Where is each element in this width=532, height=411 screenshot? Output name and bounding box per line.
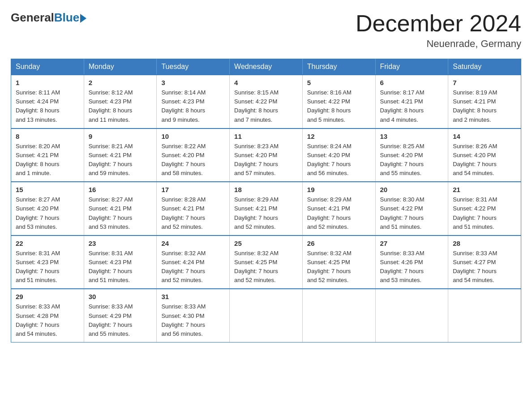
day-info: Sunrise: 8:27 AMSunset: 4:20 PMDaylight:… (16, 195, 79, 231)
calendar-header: SundayMondayTuesdayWednesdayThursdayFrid… (11, 59, 521, 75)
day-info: Sunrise: 8:11 AMSunset: 4:24 PMDaylight:… (16, 88, 79, 124)
calendar-cell: 28Sunrise: 8:33 AMSunset: 4:27 PMDayligh… (448, 235, 521, 289)
logo: General Blue (11, 11, 86, 25)
day-info: Sunrise: 8:24 AMSunset: 4:20 PMDaylight:… (307, 142, 371, 178)
day-header-monday: Monday (84, 59, 157, 75)
calendar-cell: 14Sunrise: 8:26 AMSunset: 4:20 PMDayligh… (448, 128, 521, 182)
calendar-cell: 10Sunrise: 8:22 AMSunset: 4:20 PMDayligh… (157, 128, 230, 182)
day-info: Sunrise: 8:19 AMSunset: 4:21 PMDaylight:… (453, 88, 516, 124)
day-header-sunday: Sunday (11, 59, 84, 75)
day-info: Sunrise: 8:33 AMSunset: 4:26 PMDaylight:… (380, 249, 444, 285)
calendar-cell (230, 289, 303, 342)
calendar-cell: 31Sunrise: 8:33 AMSunset: 4:30 PMDayligh… (157, 289, 230, 342)
day-info: Sunrise: 8:29 AMSunset: 4:21 PMDaylight:… (234, 195, 298, 231)
calendar-cell: 29Sunrise: 8:33 AMSunset: 4:28 PMDayligh… (11, 289, 84, 342)
calendar-cell: 9Sunrise: 8:21 AMSunset: 4:21 PMDaylight… (84, 128, 157, 182)
calendar-cell: 26Sunrise: 8:32 AMSunset: 4:25 PMDayligh… (302, 235, 375, 289)
day-info: Sunrise: 8:32 AMSunset: 4:24 PMDaylight:… (161, 249, 225, 285)
day-info: Sunrise: 8:21 AMSunset: 4:21 PMDaylight:… (89, 142, 152, 178)
calendar-cell: 5Sunrise: 8:16 AMSunset: 4:22 PMDaylight… (302, 75, 375, 128)
logo-arrow-icon (80, 14, 86, 23)
day-number: 11 (234, 133, 298, 140)
day-number: 25 (234, 240, 298, 247)
header-row: SundayMondayTuesdayWednesdayThursdayFrid… (11, 59, 521, 75)
day-info: Sunrise: 8:33 AMSunset: 4:27 PMDaylight:… (453, 249, 516, 285)
day-info: Sunrise: 8:27 AMSunset: 4:21 PMDaylight:… (89, 195, 152, 231)
day-number: 21 (453, 186, 516, 193)
calendar-cell: 20Sunrise: 8:30 AMSunset: 4:22 PMDayligh… (375, 182, 448, 235)
day-info: Sunrise: 8:22 AMSunset: 4:20 PMDaylight:… (161, 142, 225, 178)
calendar-cell: 18Sunrise: 8:29 AMSunset: 4:21 PMDayligh… (230, 182, 303, 235)
week-row-3: 15Sunrise: 8:27 AMSunset: 4:20 PMDayligh… (11, 182, 521, 235)
day-info: Sunrise: 8:33 AMSunset: 4:28 PMDaylight:… (16, 302, 79, 338)
calendar-body: 1Sunrise: 8:11 AMSunset: 4:24 PMDaylight… (11, 75, 521, 342)
day-number: 19 (307, 186, 371, 193)
day-info: Sunrise: 8:17 AMSunset: 4:21 PMDaylight:… (380, 88, 444, 124)
day-info: Sunrise: 8:30 AMSunset: 4:22 PMDaylight:… (380, 195, 444, 231)
day-info: Sunrise: 8:31 AMSunset: 4:22 PMDaylight:… (453, 195, 516, 231)
day-info: Sunrise: 8:31 AMSunset: 4:23 PMDaylight:… (16, 249, 79, 285)
calendar-cell: 17Sunrise: 8:28 AMSunset: 4:21 PMDayligh… (157, 182, 230, 235)
day-info: Sunrise: 8:28 AMSunset: 4:21 PMDaylight:… (161, 195, 225, 231)
calendar-cell: 8Sunrise: 8:20 AMSunset: 4:21 PMDaylight… (11, 128, 84, 182)
day-number: 7 (453, 79, 516, 86)
logo-blue-part: Blue (54, 11, 86, 25)
calendar-cell: 11Sunrise: 8:23 AMSunset: 4:20 PMDayligh… (230, 128, 303, 182)
day-number: 15 (16, 186, 79, 193)
calendar-cell: 25Sunrise: 8:32 AMSunset: 4:25 PMDayligh… (230, 235, 303, 289)
day-number: 4 (234, 79, 298, 86)
day-number: 17 (161, 186, 225, 193)
week-row-1: 1Sunrise: 8:11 AMSunset: 4:24 PMDaylight… (11, 75, 521, 128)
calendar-cell: 13Sunrise: 8:25 AMSunset: 4:20 PMDayligh… (375, 128, 448, 182)
calendar-cell: 21Sunrise: 8:31 AMSunset: 4:22 PMDayligh… (448, 182, 521, 235)
day-number: 26 (307, 240, 371, 247)
day-info: Sunrise: 8:32 AMSunset: 4:25 PMDaylight:… (234, 249, 298, 285)
title-block: December 2024 Neuenrade, Germany (356, 11, 521, 50)
calendar-cell: 16Sunrise: 8:27 AMSunset: 4:21 PMDayligh… (84, 182, 157, 235)
day-info: Sunrise: 8:33 AMSunset: 4:29 PMDaylight:… (89, 302, 152, 338)
calendar-cell: 22Sunrise: 8:31 AMSunset: 4:23 PMDayligh… (11, 235, 84, 289)
day-number: 2 (89, 79, 152, 86)
day-number: 3 (161, 79, 225, 86)
day-info: Sunrise: 8:16 AMSunset: 4:22 PMDaylight:… (307, 88, 371, 124)
calendar-cell: 6Sunrise: 8:17 AMSunset: 4:21 PMDaylight… (375, 75, 448, 128)
day-info: Sunrise: 8:15 AMSunset: 4:22 PMDaylight:… (234, 88, 298, 124)
calendar-cell (375, 289, 448, 342)
calendar-cell (302, 289, 375, 342)
day-info: Sunrise: 8:12 AMSunset: 4:23 PMDaylight:… (89, 88, 152, 124)
day-number: 23 (89, 240, 152, 247)
day-info: Sunrise: 8:32 AMSunset: 4:25 PMDaylight:… (307, 249, 371, 285)
day-number: 31 (161, 293, 225, 300)
calendar-cell: 30Sunrise: 8:33 AMSunset: 4:29 PMDayligh… (84, 289, 157, 342)
day-number: 22 (16, 240, 79, 247)
day-header-friday: Friday (375, 59, 448, 75)
day-number: 24 (161, 240, 225, 247)
day-number: 20 (380, 186, 444, 193)
day-number: 30 (89, 293, 152, 300)
calendar-cell: 12Sunrise: 8:24 AMSunset: 4:20 PMDayligh… (302, 128, 375, 182)
day-header-tuesday: Tuesday (157, 59, 230, 75)
calendar-cell: 24Sunrise: 8:32 AMSunset: 4:24 PMDayligh… (157, 235, 230, 289)
day-number: 1 (16, 79, 79, 86)
day-info: Sunrise: 8:25 AMSunset: 4:20 PMDaylight:… (380, 142, 444, 178)
day-info: Sunrise: 8:14 AMSunset: 4:23 PMDaylight:… (161, 88, 225, 124)
calendar-cell: 2Sunrise: 8:12 AMSunset: 4:23 PMDaylight… (84, 75, 157, 128)
calendar-cell: 7Sunrise: 8:19 AMSunset: 4:21 PMDaylight… (448, 75, 521, 128)
week-row-2: 8Sunrise: 8:20 AMSunset: 4:21 PMDaylight… (11, 128, 521, 182)
day-number: 28 (453, 240, 516, 247)
subtitle: Neuenrade, Germany (356, 38, 521, 50)
calendar: SundayMondayTuesdayWednesdayThursdayFrid… (11, 59, 521, 342)
calendar-cell: 23Sunrise: 8:31 AMSunset: 4:23 PMDayligh… (84, 235, 157, 289)
header: General Blue December 2024 Neuenrade, Ge… (11, 11, 521, 50)
calendar-cell: 19Sunrise: 8:29 AMSunset: 4:21 PMDayligh… (302, 182, 375, 235)
day-number: 8 (16, 133, 79, 140)
day-number: 29 (16, 293, 79, 300)
day-info: Sunrise: 8:29 AMSunset: 4:21 PMDaylight:… (307, 195, 371, 231)
day-number: 10 (161, 133, 225, 140)
week-row-5: 29Sunrise: 8:33 AMSunset: 4:28 PMDayligh… (11, 289, 521, 342)
day-header-wednesday: Wednesday (230, 59, 303, 75)
day-number: 5 (307, 79, 371, 86)
logo-general-text: General (11, 11, 54, 25)
day-number: 18 (234, 186, 298, 193)
day-number: 6 (380, 79, 444, 86)
